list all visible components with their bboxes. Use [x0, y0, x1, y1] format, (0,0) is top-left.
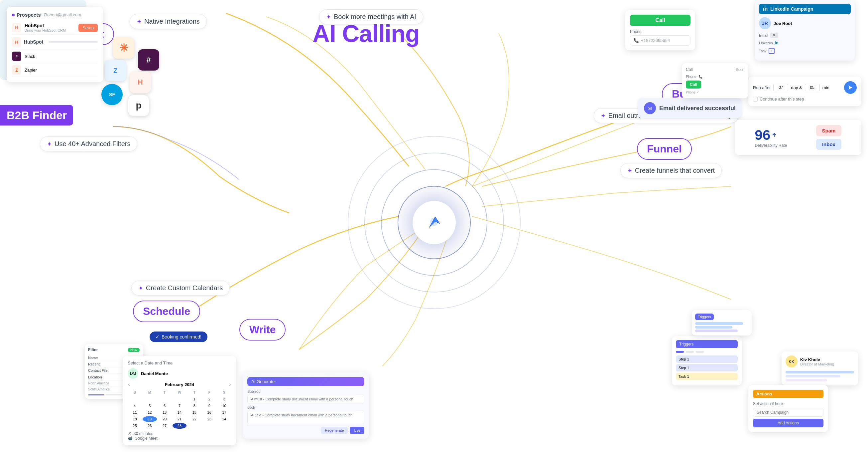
- purple-dot: [12, 13, 14, 16]
- sparkle-icon-5: ✦: [138, 285, 143, 292]
- b2b-finder-label: B2B Finder: [0, 105, 73, 125]
- month-nav: < February 2024 >: [128, 382, 231, 387]
- zapier-icon: Z: [12, 65, 21, 75]
- ai-actions: Regenerate Use: [247, 427, 364, 434]
- body-label: Body: [247, 405, 364, 409]
- send-button[interactable]: [844, 81, 857, 94]
- body-input[interactable]: AI text - Complete study document email …: [247, 411, 364, 424]
- kiv-avatar: KK: [785, 356, 798, 367]
- linkedin-task-row: LinkedIn in: [759, 40, 851, 45]
- linkedin-header: in LinkedIn Campaign: [759, 4, 851, 14]
- create-calendars-badge: ✦ Create Custom Calendars: [131, 281, 230, 295]
- calendar-card: Select a Date and Time DM Daniel Monte <…: [123, 356, 236, 445]
- advanced-filters-badge: ✦ Use 40+ Advanced Filters: [40, 137, 137, 151]
- schedule-label: Schedule: [133, 301, 200, 322]
- crm-hubspot-row: H HubSpot Bring your HubSpot CRM Setup: [12, 21, 98, 35]
- kiv-card: KK Kiv Khole Director of Marketing: [781, 351, 858, 386]
- booking-confirmed-badge: ✓ Booking confirmed!: [150, 332, 208, 342]
- subject-input[interactable]: A must - Complete study document email w…: [247, 395, 364, 403]
- setup-button[interactable]: Setup: [79, 24, 98, 32]
- linkedin-card: in LinkedIn Campaign JR Joe Root Email ✉…: [755, 0, 855, 61]
- phone-input[interactable]: 📞 +18722695654: [630, 35, 690, 46]
- trigger-bar-2: [695, 326, 732, 329]
- funnel-label: Funnel: [637, 138, 692, 160]
- kiv-bar-3: [785, 379, 827, 382]
- create-funnels-badge: ✦ Create funnels that convert: [620, 163, 722, 178]
- platform-row: 📹 Google Meet: [128, 436, 231, 441]
- phone-row: Phone 📞: [686, 75, 744, 79]
- actions-card: Actions Set action if here Add Actions: [748, 385, 828, 432]
- duration-row: ⏱ 30 minutes: [128, 431, 231, 436]
- build-card: Run after day & min Continue after this …: [748, 77, 861, 106]
- sparkle-icon-6: ✦: [47, 140, 52, 148]
- write-label: Write: [239, 319, 285, 340]
- joe-avatar: JR: [759, 17, 771, 29]
- call-button[interactable]: Call: [630, 15, 690, 26]
- crm-zapier-row: Z Zapier: [12, 63, 98, 77]
- center-hub: [348, 136, 521, 309]
- native-icon: ✳: [113, 37, 134, 59]
- native-integrations-badge: ✦ Native Integrations: [130, 14, 207, 29]
- actions-header: Actions: [753, 390, 824, 398]
- trigger-mini-card: Triggers: [692, 310, 752, 336]
- email-delivered-card: ✉ Email delivered successful: [638, 98, 742, 118]
- crm-card: Prospects Robert@gmail.com H HubSpot Bri…: [7, 7, 103, 82]
- crm-slack-row: # Slack: [12, 50, 98, 63]
- calendar-header: DM Daniel Monte: [128, 368, 231, 379]
- trigger-step-2: Step 1: [676, 364, 738, 371]
- delivery-rate: 96 Deliverability Rate: [755, 127, 787, 148]
- product-icon: p: [128, 95, 149, 116]
- subject-label: Subject: [247, 389, 364, 393]
- delivery-card: 96 Deliverability Rate Spam Inbox: [735, 120, 861, 155]
- sparkle-icon: ✦: [326, 13, 331, 21]
- call-card: Call Phone 📞 +18722695654: [625, 10, 695, 50]
- task-row: Task ✓: [759, 48, 851, 54]
- day-input[interactable]: [773, 84, 788, 91]
- trigger-task-1: Task 1: [676, 373, 738, 380]
- phone-label: Phone: [630, 29, 690, 34]
- hubspot-label-row: H HubSpot: [12, 35, 98, 50]
- delivery-labels: Spam Inbox: [816, 125, 842, 150]
- funnel-triggers-card: Triggers Step 1 Step 1 Task 1: [672, 336, 742, 386]
- center-logo[interactable]: [412, 201, 456, 244]
- select-datetime: Select a Date and Time: [128, 361, 231, 365]
- salesforce-icon: SF: [101, 84, 123, 105]
- filter-header: Filter Now: [88, 347, 140, 352]
- checkbox[interactable]: [753, 97, 757, 102]
- prospects-header: Prospects Robert@gmail.com: [12, 12, 98, 18]
- email-icon: ✉: [644, 102, 656, 114]
- set-action-label: Set action if here: [753, 401, 824, 406]
- book-meetings-badge: ✦ Book more meetings with AI: [319, 9, 423, 24]
- triggers-header: Triggers: [676, 340, 738, 348]
- spam-label: Spam: [816, 125, 842, 136]
- call-mini-badge: Call: [686, 81, 701, 88]
- kiv-info: Kiv Khole Director of Marketing: [800, 357, 834, 366]
- call-right-card: Call Soon Phone 📞 Call Phone ✓: [682, 63, 748, 98]
- sparkle-icon-3: ✦: [601, 112, 606, 119]
- hubspot-row-icon: H: [12, 23, 21, 32]
- min-input[interactable]: [805, 84, 820, 91]
- svg-point-1: [430, 218, 438, 226]
- trigger-bar-1: [695, 322, 743, 325]
- hubspot-icon-2: H: [12, 37, 21, 47]
- sparkle-icon-4: ✦: [627, 167, 632, 174]
- regenerate-button[interactable]: Regenerate: [321, 427, 348, 434]
- slack-crm-icon: #: [12, 52, 21, 61]
- joe-root-row: JR Joe Root: [759, 17, 851, 29]
- trigger-step-1: Step 1: [676, 356, 738, 363]
- add-actions-button[interactable]: Add Actions: [753, 419, 824, 427]
- delivery-stats: 96 Deliverability Rate Spam Inbox: [740, 125, 856, 150]
- slack-icon: #: [138, 49, 159, 70]
- use-button[interactable]: Use: [350, 427, 364, 434]
- sparkle-icon-2: ✦: [136, 18, 142, 25]
- daniel-avatar: DM: [128, 368, 138, 379]
- run-after-row: Run after day & min: [753, 81, 857, 94]
- kiv-header: KK Kiv Khole Director of Marketing: [785, 356, 854, 367]
- ai-generator-card: AI Generator Subject A must - Complete s…: [243, 372, 369, 439]
- search-campaign-input[interactable]: [753, 408, 824, 417]
- call-header: Call Soon: [686, 67, 744, 72]
- hubspot-icon: H: [130, 72, 151, 93]
- zoom-icon: Z: [105, 60, 126, 81]
- filter-badge: Now: [128, 348, 140, 352]
- trigger-bar-3: [695, 330, 738, 332]
